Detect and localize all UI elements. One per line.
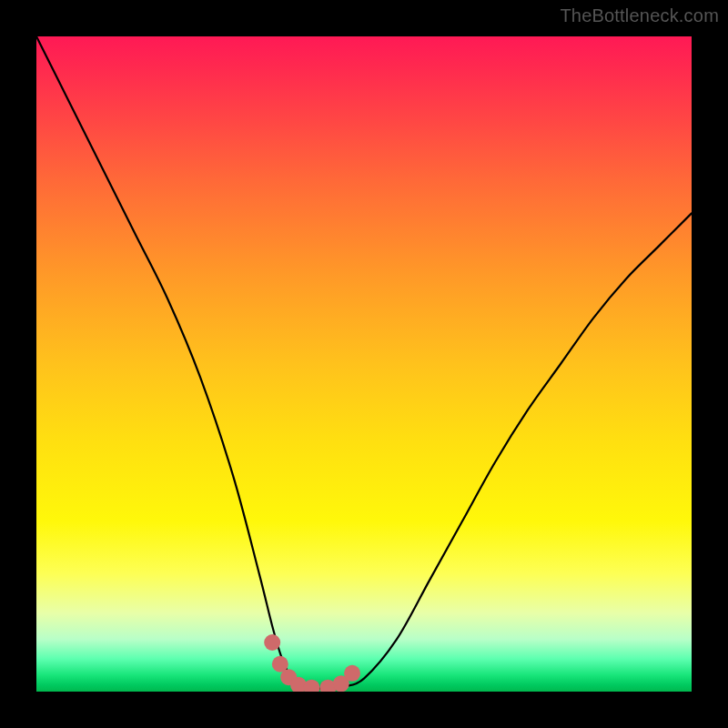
valley-markers (264, 634, 360, 692)
plot-area (36, 36, 692, 692)
watermark-text: TheBottleneck.com (560, 5, 719, 26)
valley-marker (344, 665, 360, 682)
curve-layer (36, 36, 692, 692)
valley-marker (303, 680, 319, 692)
bottleneck-curve (36, 36, 692, 689)
valley-marker (264, 634, 280, 651)
chart-frame: TheBottleneck.com (0, 0, 728, 728)
